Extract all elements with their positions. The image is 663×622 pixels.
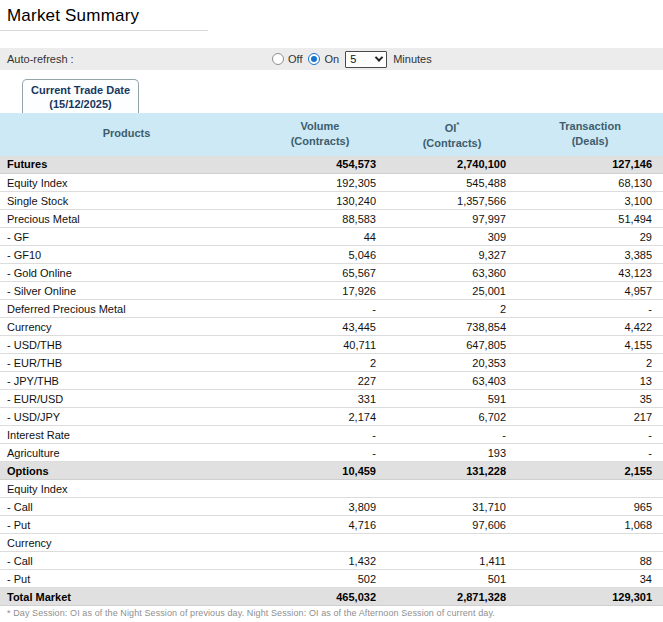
cell-product: - GF (0, 228, 253, 246)
cell-oi: 97,606 (387, 516, 517, 534)
cell-deals (517, 534, 663, 552)
auto-refresh-bar: Auto-refresh : Off On 5 Minutes (0, 48, 663, 70)
cell-volume (253, 480, 387, 498)
cell-oi: 31,710 (387, 498, 517, 516)
table-row: - USD/JPY2,1746,702217 (0, 408, 663, 426)
cell-product: Equity Index (0, 480, 253, 498)
table-row: - USD/THB40,711647,8054,155 (0, 336, 663, 354)
table-body: Futures454,5732,740,100127,146Equity Ind… (0, 156, 663, 606)
cell-volume (253, 534, 387, 552)
cell-product: Interest Rate (0, 426, 253, 444)
cell-deals: 2,155 (517, 462, 663, 480)
table-row: Deferred Precious Metal-2- (0, 300, 663, 318)
cell-product: Agriculture (0, 444, 253, 462)
cell-oi: 131,228 (387, 462, 517, 480)
cell-volume: 43,445 (253, 318, 387, 336)
cell-deals: 217 (517, 408, 663, 426)
footnote: * Day Session: OI as of the Night Sessio… (0, 606, 663, 618)
tab-line1: Current Trade Date (31, 83, 130, 97)
cell-product: - JPY/THB (0, 372, 253, 390)
cell-oi: 63,360 (387, 264, 517, 282)
cell-oi: 63,403 (387, 372, 517, 390)
tab-current-trade-date[interactable]: Current Trade Date (15/12/2025) (22, 79, 139, 113)
cell-deals: - (517, 426, 663, 444)
table-row: - JPY/THB22763,40313 (0, 372, 663, 390)
table-row: Options10,459131,2282,155 (0, 462, 663, 480)
radio-off-label: Off (288, 53, 302, 65)
auto-refresh-controls: Off On 5 Minutes (272, 48, 432, 70)
cell-product: - Call (0, 552, 253, 570)
cell-deals: 965 (517, 498, 663, 516)
cell-deals (517, 480, 663, 498)
cell-oi: - (387, 426, 517, 444)
radio-on-icon[interactable] (308, 53, 320, 65)
cell-volume: 44 (253, 228, 387, 246)
cell-deals: 2 (517, 354, 663, 372)
interval-unit-label: Minutes (393, 53, 432, 65)
cell-oi: 1,357,566 (387, 192, 517, 210)
cell-product: - EUR/USD (0, 390, 253, 408)
cell-product: Precious Metal (0, 210, 253, 228)
cell-deals: 1,068 (517, 516, 663, 534)
cell-volume: 130,240 (253, 192, 387, 210)
cell-deals: 43,123 (517, 264, 663, 282)
cell-oi: 545,488 (387, 174, 517, 192)
cell-deals: - (517, 300, 663, 318)
auto-refresh-on-option[interactable]: On (308, 53, 339, 65)
cell-product: - USD/THB (0, 336, 253, 354)
cell-volume: - (253, 444, 387, 462)
table-row: - Silver Online17,92625,0014,957 (0, 282, 663, 300)
auto-refresh-label: Auto-refresh : (0, 53, 74, 65)
cell-deals: 3,100 (517, 192, 663, 210)
cell-deals: 13 (517, 372, 663, 390)
header-transaction: Transaction (Deals) (517, 113, 663, 156)
radio-off-icon[interactable] (272, 53, 284, 65)
header-volume: Volume (Contracts) (253, 113, 387, 156)
table-row: - GF105,0469,3273,385 (0, 246, 663, 264)
cell-volume: 1,432 (253, 552, 387, 570)
cell-oi (387, 480, 517, 498)
chevron-down-icon (375, 53, 383, 61)
page-title: Market Summary (7, 6, 208, 26)
interval-select[interactable]: 5 (345, 51, 387, 68)
table-row: - Call1,4321,41188 (0, 552, 663, 570)
cell-deals: 29 (517, 228, 663, 246)
cell-product: - Put (0, 516, 253, 534)
table-header-row: Products Volume (Contracts) OI* (Contrac… (0, 113, 663, 156)
cell-volume: 465,032 (253, 588, 387, 606)
table-row: - Put4,71697,6061,068 (0, 516, 663, 534)
cell-oi: 1,411 (387, 552, 517, 570)
cell-volume: 10,459 (253, 462, 387, 480)
cell-oi: 591 (387, 390, 517, 408)
cell-deals: 4,422 (517, 318, 663, 336)
cell-oi: 2,740,100 (387, 156, 517, 174)
table-row: Single Stock130,2401,357,5663,100 (0, 192, 663, 210)
cell-volume: 192,305 (253, 174, 387, 192)
table-row: - Put50250134 (0, 570, 663, 588)
cell-deals: 127,146 (517, 156, 663, 174)
cell-deals: 51,494 (517, 210, 663, 228)
cell-volume: 502 (253, 570, 387, 588)
table-row: - Call3,80931,710965 (0, 498, 663, 516)
cell-oi: 309 (387, 228, 517, 246)
cell-volume: 227 (253, 372, 387, 390)
table-row: - GF4430929 (0, 228, 663, 246)
cell-product: Single Stock (0, 192, 253, 210)
interval-selected-value: 5 (350, 53, 356, 65)
cell-oi: 25,001 (387, 282, 517, 300)
cell-deals: 4,155 (517, 336, 663, 354)
cell-deals: 4,957 (517, 282, 663, 300)
cell-volume: - (253, 426, 387, 444)
cell-volume: - (253, 300, 387, 318)
cell-oi: 2,871,328 (387, 588, 517, 606)
table-row: Agriculture-193- (0, 444, 663, 462)
cell-oi: 97,997 (387, 210, 517, 228)
table-row: Currency43,445738,8544,422 (0, 318, 663, 336)
cell-product: - Call (0, 498, 253, 516)
cell-deals: 3,385 (517, 246, 663, 264)
cell-product: - Silver Online (0, 282, 253, 300)
tab-line2: (15/12/2025) (31, 97, 130, 111)
cell-volume: 2 (253, 354, 387, 372)
auto-refresh-off-option[interactable]: Off (272, 53, 302, 65)
cell-oi: 6,702 (387, 408, 517, 426)
